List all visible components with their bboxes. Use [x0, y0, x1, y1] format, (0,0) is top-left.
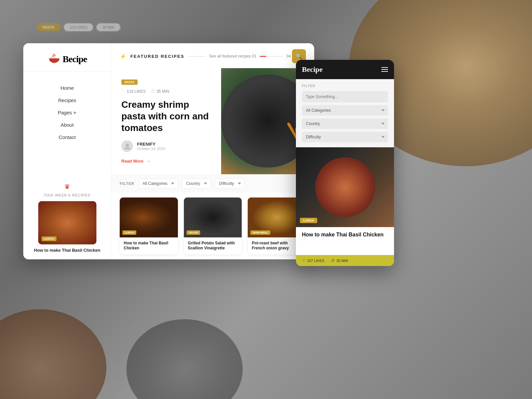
author-info: FRENIFY October 14, 2020 [137, 142, 165, 151]
logo-bowl-icon [47, 53, 61, 65]
sidebar-bottom: ♛ THIS WEEK'S RECIPES LUNCH How to make … [23, 176, 111, 259]
svg-point-0 [126, 144, 129, 147]
clock-icon: ⏱ [151, 89, 155, 94]
mobile-recipe-card: LUNCH How to make Thai Basil Chicken ♡ 1… [296, 147, 394, 266]
pagination-total: 04 [286, 54, 291, 59]
mobile-filter-row: All Categories Country Difficulty [302, 105, 388, 142]
card-badge-3: MAIN MEAL [250, 230, 270, 235]
nav-item-contact[interactable]: Contact [23, 131, 111, 143]
logo-icon: Becipe [30, 53, 104, 65]
mobile-search-input[interactable] [302, 91, 388, 102]
nav-item-pages[interactable]: Pages ▶ [23, 106, 111, 119]
mobile-card: Becipe FILTER All Categories Country Dif… [296, 60, 394, 266]
nav-link-contact[interactable]: Contact [59, 134, 76, 140]
hamburger-menu-icon[interactable] [381, 67, 388, 72]
card-title-3: Pot-roast beef with French onion gravy [252, 241, 302, 251]
mobile-recipe-footer: ♡ 107 LIKES ⏱ 30 MIN [296, 255, 394, 266]
hamburger-line-2 [381, 69, 388, 70]
nav-link-about[interactable]: About [61, 122, 73, 128]
nav-link-home[interactable]: Home [61, 85, 74, 91]
logo-text: Becipe [63, 54, 87, 65]
country-select[interactable]: Country [182, 179, 211, 189]
mobile-recipe-title: How to make Thai Basil Chicken [302, 232, 388, 238]
mobile-recipe-img: LUNCH [296, 147, 394, 227]
filter-label: FILTER [120, 182, 134, 186]
recipe-card-1[interactable]: LUNCH How to make Thai Basil Chicken [120, 198, 178, 254]
featured-title-area: ⚡ FEATURED RECIPES See all featured reci… [120, 53, 251, 60]
bg-pill-pasta: PASTA [37, 23, 61, 31]
mobile-clock-icon: ⏱ [331, 259, 335, 263]
crown-icon: ♛ [64, 183, 70, 191]
time-meta: ⏱ 35 MIN [151, 89, 169, 94]
card-badge-2: SALAD [187, 230, 200, 235]
likes-count: 119 LIKES [127, 89, 146, 94]
mobile-logo-text: Becipe [302, 65, 323, 74]
logo-area: Becipe [23, 50, 111, 72]
card-img-2: SALAD [184, 198, 242, 237]
pasta-badge: PASTA [121, 79, 138, 85]
hamburger-line-1 [381, 67, 388, 68]
lightning-icon: ⚡ [120, 53, 126, 60]
main-nav: Home Recipes Pages ▶ About Contact [23, 72, 111, 153]
heart-icon: ♡ [121, 89, 125, 94]
main-content: ⚡ FEATURED RECIPES See all featured reci… [111, 43, 314, 259]
recipe-info: PASTA ♡ 119 LIKES ⏱ 35 MIN Creamy shrimp… [111, 68, 221, 174]
recipe-meta: ♡ 119 LIKES ⏱ 35 MIN [121, 89, 211, 94]
see-all-link[interactable]: See all featured recipes [209, 54, 251, 59]
mobile-likes-count: 107 LIKES [307, 259, 325, 263]
mobile-difficulty-select[interactable]: Difficulty [302, 132, 388, 142]
read-more-label: Read More [121, 159, 143, 164]
sidebar-recipe-title: How to make Thai Basil Chicken [34, 248, 100, 253]
pagination-progress [260, 56, 266, 57]
nav-item-recipes[interactable]: Recipes [23, 94, 111, 106]
nav-link-recipes[interactable]: Recipes [58, 97, 76, 103]
mobile-lunch-badge: LUNCH [300, 218, 317, 223]
filter-bar: FILTER All Categories Country Difficulty [111, 174, 314, 193]
card-img-1: LUNCH [120, 198, 178, 237]
card-title-1: How to make Thai Basil Chicken [124, 241, 174, 251]
sidebar: Becipe Home Recipes Pages ▶ About [23, 43, 111, 259]
featured-recipe: PASTA ♡ 119 LIKES ⏱ 35 MIN Creamy shrimp… [111, 68, 314, 174]
bg-tag-likes: 119 LIKES [64, 23, 93, 31]
pages-arrow-icon: ▶ [74, 110, 76, 115]
card-body-1: How to make Thai Basil Chicken [120, 237, 178, 254]
bg-tag-time: 35 MIN [96, 23, 120, 31]
mobile-recipe-info: How to make Thai Basil Chicken [296, 227, 394, 240]
mobile-country-select[interactable]: Country [302, 118, 388, 129]
read-more-button[interactable]: Read More → [121, 159, 211, 164]
mobile-heart-icon: ♡ [302, 258, 305, 263]
card-body-2: Grilled Potato Salad with Scallion Vinai… [184, 237, 242, 254]
mobile-header: Becipe [296, 60, 394, 79]
mobile-time-value: 30 MIN [336, 259, 348, 263]
author-name: FRENIFY [137, 142, 165, 147]
featured-label: FEATURED RECIPES [130, 54, 185, 59]
featured-divider [189, 56, 205, 57]
mobile-likes-item: ♡ 107 LIKES [302, 258, 325, 263]
sidebar-lunch-badge: LUNCH [42, 236, 57, 241]
mobile-categories-select[interactable]: All Categories [302, 105, 388, 116]
desktop-card: Becipe Home Recipes Pages ▶ About [23, 43, 314, 259]
author-avatar [121, 140, 133, 152]
read-more-arrow-icon: → [146, 159, 150, 164]
hamburger-line-3 [381, 71, 388, 72]
recipe-title: Creamy shrimp pasta with corn and tomato… [121, 99, 211, 134]
mobile-filter-section: FILTER All Categories Country Difficulty [296, 79, 394, 147]
search-icon: 🔍 [296, 53, 302, 60]
likes-meta: ♡ 119 LIKES [121, 89, 146, 94]
card-badge-1: LUNCH [122, 230, 136, 235]
this-week-label: THIS WEEK'S RECIPES [44, 193, 90, 197]
pagination-line [260, 56, 283, 57]
card-title-2: Grilled Potato Salad with Scallion Vinai… [188, 241, 238, 251]
avatar-icon [124, 143, 131, 150]
nav-item-about[interactable]: About [23, 119, 111, 131]
sidebar-recipe-img: LUNCH [38, 201, 96, 244]
mobile-food-bowl [315, 157, 375, 217]
categories-select[interactable]: All Categories [138, 179, 178, 189]
recipe-card-2[interactable]: SALAD Grilled Potato Salad with Scallion… [184, 198, 242, 254]
pagination-current: 01 [252, 54, 256, 59]
nav-link-pages[interactable]: Pages [58, 110, 72, 115]
nav-item-home[interactable]: Home [23, 82, 111, 94]
pagination-area: 01 04 [252, 54, 291, 59]
mobile-filter-label: FILTER [302, 84, 388, 88]
difficulty-select[interactable]: Difficulty [215, 179, 245, 189]
